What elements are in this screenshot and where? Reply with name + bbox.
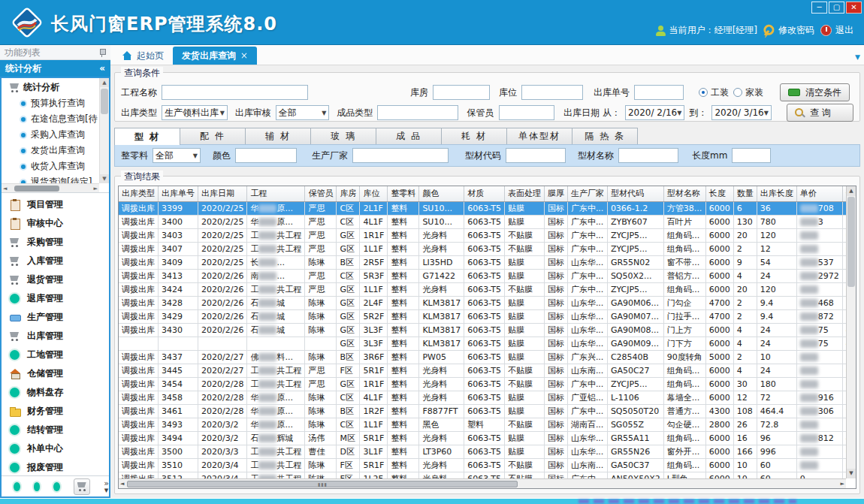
keeper-input[interactable] xyxy=(499,105,555,120)
table-row[interactable]: 调拨出库35002020/3/3工共工程曹佳D区3L1F整料LT3P606063… xyxy=(119,445,846,458)
sidebar-item-7[interactable]: 出库管理 xyxy=(2,327,109,346)
column-header-2[interactable]: 出库日期 xyxy=(198,186,247,201)
scroll-down-icon[interactable]: ▼ xyxy=(100,174,109,183)
scroll-thumb[interactable] xyxy=(847,197,855,287)
sidebar-more-button[interactable]: »▾ xyxy=(104,480,109,493)
whole-part-select[interactable]: 全部▼ xyxy=(153,148,201,163)
material-tab-3[interactable]: 玻 璃 xyxy=(310,128,376,144)
table-row[interactable]: 调拨出库34932020/3/2华原...陈琳C区1L1F整料黑色塑料不贴膜国标… xyxy=(119,418,846,431)
sidebar-item-4[interactable]: 退货管理 xyxy=(2,270,109,289)
table-row[interactable]: 调拨出库33992020/2/25华原...严思C区2L1F整料SU10...6… xyxy=(119,201,846,215)
date-from-select[interactable]: 2020/ 2/16▼ xyxy=(625,105,685,120)
material-tab-1[interactable]: 配 件 xyxy=(180,128,246,144)
tree-item-3[interactable]: 发货出库查询 xyxy=(3,143,98,158)
tree-item-4[interactable]: 收货入库查询 xyxy=(3,158,98,174)
length-input[interactable] xyxy=(732,148,771,163)
radio-gongzhuang[interactable]: 工装 xyxy=(699,86,729,99)
profile-code-input[interactable] xyxy=(506,148,566,163)
tree-vertical-scrollbar[interactable]: ▲ ▼ xyxy=(99,78,109,183)
material-tab-6[interactable]: 单体型材 xyxy=(506,128,572,144)
scroll-down-icon[interactable]: ▼ xyxy=(847,469,856,478)
sidebar-item-5[interactable]: 退库管理 xyxy=(2,289,109,308)
scroll-left-icon[interactable]: ◄ xyxy=(2,186,8,192)
column-header-13[interactable]: 型材代码 xyxy=(607,186,663,201)
table-row[interactable]: 调拨出库34032020/2/25工共工程严思G区1R1F整料光身料6063-T… xyxy=(119,228,846,242)
pin-icon[interactable] xyxy=(98,48,106,57)
grid-vertical-scrollbar[interactable]: ▲ ▼ xyxy=(846,186,856,478)
close-button[interactable]: ✕ xyxy=(846,2,862,14)
sidebar-item-12[interactable]: 结转管理 xyxy=(2,421,109,439)
table-row[interactable]: 调拨出库34542020/2/28工共工程严思G区1R1F整料光身料6063-T… xyxy=(119,377,846,391)
sidebar-item-10[interactable]: 物料盘存 xyxy=(2,383,109,402)
table-row[interactable]: 调拨出库34452020/2/27工共工程严思F区5R1F整料光身料6063-T… xyxy=(119,364,846,377)
column-header-12[interactable]: 生产厂家 xyxy=(567,186,607,201)
table-row[interactable]: 调拨出库34612020/2/28华原...陈琳B区1R2F整料F8877FT6… xyxy=(119,404,846,418)
change-password-button[interactable]: 修改密码 xyxy=(763,24,814,37)
order-no-input[interactable] xyxy=(634,85,684,100)
column-header-17[interactable]: 出库长度 xyxy=(757,186,796,201)
column-header-11[interactable]: 膜厚 xyxy=(544,186,567,201)
search-button[interactable]: 查 询 xyxy=(787,104,853,122)
column-header-0[interactable]: 出库类型 xyxy=(119,186,159,201)
sidebar-item-3[interactable]: 入库管理 xyxy=(2,252,109,270)
scroll-left-icon[interactable]: ◄ xyxy=(119,481,125,487)
minimize-button[interactable]: ─ xyxy=(811,2,827,14)
sidebar-item-6[interactable]: 生产管理 xyxy=(2,308,109,327)
material-tab-0[interactable]: 型 材 xyxy=(114,128,180,145)
tree-item-5[interactable]: 退货查询[待定] xyxy=(3,174,98,183)
scroll-up-icon[interactable]: ▲ xyxy=(100,78,109,87)
column-header-8[interactable]: 颜色 xyxy=(419,186,464,201)
table-row[interactable]: 调拨出库34072020/2/25工共工程严思G区1L1F整料光身料6063-T… xyxy=(119,242,846,255)
table-row[interactable]: 调拨出库35102020/3/4工共工程陈琳F区5R1F整料光身料6063-T5… xyxy=(119,458,846,472)
table-row[interactable]: 调拨出库34132020/2/26南...严思C区5R3F整料G71422606… xyxy=(119,269,846,282)
sidebar-item-8[interactable]: 工地管理 xyxy=(2,346,109,364)
sidebar-item-0[interactable]: 项目管理 xyxy=(2,195,109,214)
sidebar-quick-dot-2[interactable] xyxy=(34,482,41,491)
grid-horizontal-scrollbar[interactable]: ◄ ▮▮▮ ► xyxy=(119,478,846,488)
tree-item-0[interactable]: 预算执行查询 xyxy=(3,95,98,111)
tab-home[interactable]: 起始页 xyxy=(113,47,173,65)
material-tab-7[interactable]: 隔 热 条 xyxy=(572,128,638,144)
scroll-thumb[interactable] xyxy=(101,89,108,114)
table-row[interactable]: 调拨出库34292020/2/26石城陈琳G区5R2F整料KLM38176063… xyxy=(119,309,846,323)
table-row[interactable]: 调拨出库34242020/2/26工共工程严思G区1L1F整料光身料6063-T… xyxy=(119,282,846,296)
table-row[interactable]: 调拨出库34002020/2/25华原...严思C区4L1F整料SU10...6… xyxy=(119,215,846,228)
clear-conditions-button[interactable]: 清空条件 xyxy=(780,83,850,101)
column-header-3[interactable]: 工程 xyxy=(247,186,305,201)
profile-name-input[interactable] xyxy=(618,148,678,163)
scroll-right-icon[interactable]: ► xyxy=(92,186,99,192)
tree-root[interactable]: 统计分析 xyxy=(3,80,98,95)
material-tab-2[interactable]: 辅 材 xyxy=(245,128,311,144)
table-row[interactable]: 调拨出库34942020/3/2石辉城汤伟M区5R1F整料光身料6063-T5贴… xyxy=(119,431,846,445)
stats-section-header[interactable]: 统计分析 « xyxy=(0,60,110,77)
column-header-5[interactable]: 库房 xyxy=(337,186,360,201)
material-tab-4[interactable]: 成 品 xyxy=(376,128,442,144)
radio-jiazhuang[interactable]: 家装 xyxy=(733,86,763,99)
scroll-right-icon[interactable]: ► xyxy=(839,481,846,487)
manufacturer-input[interactable] xyxy=(352,148,449,163)
out-audit-select[interactable]: 全部▼ xyxy=(276,105,329,120)
table-row[interactable]: 调拨出库34582020/2/28华原...陈琳C区4L1F整料光身料6063-… xyxy=(119,391,846,404)
sidebar-item-14[interactable]: 报废管理 xyxy=(2,458,109,475)
tree-item-2[interactable]: 采购入库查询 xyxy=(3,127,98,143)
collapse-icon[interactable]: « xyxy=(99,63,105,74)
tab-close-icon[interactable]: × xyxy=(240,50,248,61)
column-header-9[interactable]: 材质 xyxy=(464,186,505,201)
sidebar-item-11[interactable]: 财务管理 xyxy=(2,402,109,421)
table-row[interactable]: G区3L3F整料KLM38176063-T5贴膜国标山东华...GA90M09.… xyxy=(119,337,846,350)
maximize-button[interactable]: ▢ xyxy=(829,2,844,14)
tree-item-1[interactable]: 在途信息查询[待 xyxy=(3,111,98,127)
project-name-input[interactable] xyxy=(162,85,308,100)
sidebar-item-2[interactable]: 采购管理 xyxy=(2,233,109,252)
table-row[interactable]: 调拨出库34092020/2/25长...陈琳B区2R5F整料LI35HD606… xyxy=(119,255,846,269)
material-tab-5[interactable]: 耗 材 xyxy=(441,128,507,144)
sidebar-cart-button[interactable] xyxy=(74,478,90,495)
column-header-4[interactable]: 保管员 xyxy=(305,186,337,201)
scroll-up-icon[interactable]: ▲ xyxy=(847,186,856,196)
column-header-7[interactable]: 整零料 xyxy=(388,186,419,201)
sidebar-item-9[interactable]: 仓储管理 xyxy=(2,364,109,383)
table-row[interactable]: 调拨出库34302020/2/26石城陈琳G区3L3F整料KLM38176063… xyxy=(119,323,846,337)
sidebar-item-13[interactable]: 补单中心 xyxy=(2,439,109,458)
column-header-1[interactable]: 出库单号 xyxy=(159,186,198,201)
logout-button[interactable]: 退出 xyxy=(820,24,853,37)
